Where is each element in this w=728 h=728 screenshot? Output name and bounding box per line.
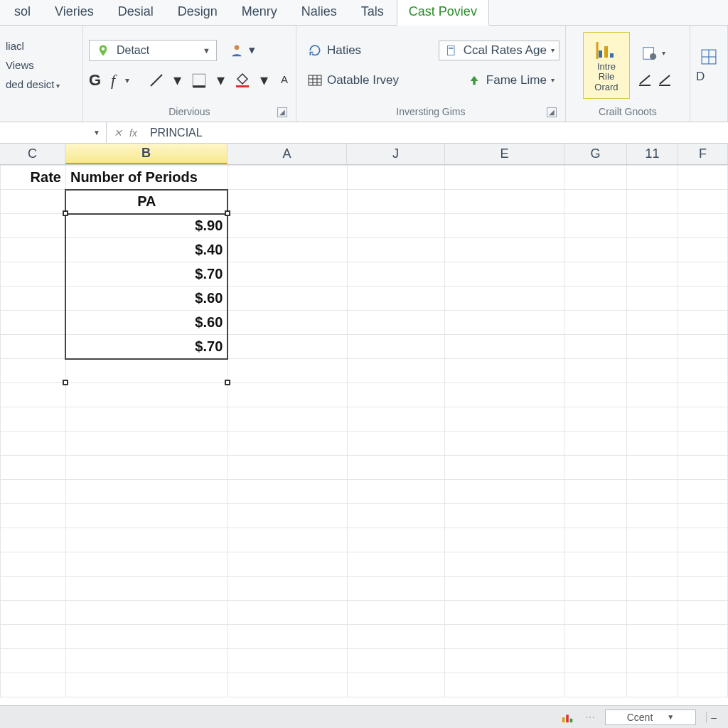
selection-handle-tl[interactable]	[63, 210, 68, 216]
ribbon-group-diervious: Detact ▼ ▾ G f ▾ ▾ ▾ ▾	[83, 26, 296, 122]
cell-b1[interactable]: Number of Periods	[65, 166, 228, 190]
cell-b2[interactable]: PA	[65, 190, 228, 214]
cell-b8[interactable]: $.70	[65, 335, 228, 359]
btn-ccal-rates-age[interactable]: Ccal Rates Age	[439, 41, 560, 60]
btn-views[interactable]: Views	[6, 59, 34, 71]
combo-detact[interactable]: Detact ▼	[89, 40, 217, 61]
chart-icon	[594, 38, 619, 62]
btn-haties-label: Haties	[327, 43, 361, 58]
cell-b3[interactable]: $.90	[65, 214, 228, 238]
group-crailt-label: Crailt Gnoots	[599, 106, 657, 117]
ribbon-group-views: liacl Views ded desict	[0, 26, 83, 122]
ribbon-group-crailt: Intre Rile Orard Crailt Gnoots	[566, 26, 690, 122]
selection-handle-bl[interactable]	[63, 380, 68, 385]
border-diag-icon[interactable]	[149, 73, 164, 88]
col-header-C[interactable]: C	[0, 144, 65, 164]
formula-input[interactable]	[144, 122, 728, 143]
col-header-G[interactable]: G	[564, 144, 627, 164]
btn-sheet-settings[interactable]	[637, 43, 673, 63]
table-row: $.70	[1, 335, 728, 359]
tab-cast-poviev[interactable]: Cast Poviev	[397, 0, 489, 26]
cell-b5[interactable]: $.70	[65, 262, 228, 287]
border-bottom-icon[interactable]	[191, 73, 207, 88]
col-header-A[interactable]: A	[228, 144, 347, 164]
selection-handle-tr[interactable]	[225, 210, 230, 216]
btn-intre-label: Intre Rile Orard	[588, 62, 625, 92]
person-icon	[229, 43, 245, 58]
underline2-icon[interactable]	[657, 72, 673, 87]
table-row: $.60	[1, 287, 728, 311]
up-arrow-icon	[466, 73, 482, 88]
col-header-E[interactable]: E	[445, 144, 564, 164]
svg-rect-27	[562, 717, 565, 722]
btn-person[interactable]: ▾	[224, 41, 260, 60]
svg-rect-15	[604, 46, 608, 58]
ribbon-tabs: sol Vieries Desial Design Menry Nalies T…	[0, 0, 728, 26]
fill-color-icon[interactable]	[235, 73, 250, 88]
btn-haties[interactable]: Haties	[302, 41, 366, 60]
btn-d[interactable]: D	[696, 70, 722, 84]
btn-fame-label: Fame Lime	[486, 73, 547, 87]
tab-nalies[interactable]: Nalies	[290, 0, 348, 25]
tab-sol[interactable]: sol	[3, 0, 42, 25]
status-sep: ⋯	[585, 712, 595, 723]
tab-tals[interactable]: Tals	[350, 0, 395, 25]
zoom-combo[interactable]: Ccent ▼	[605, 710, 696, 725]
group-diervious-label: Diervious	[168, 106, 210, 117]
font-color-icon[interactable]: A	[278, 73, 294, 88]
tab-menry[interactable]: Menry	[230, 0, 289, 25]
tab-design[interactable]: Design	[166, 0, 229, 25]
italic-button[interactable]: f	[111, 71, 115, 90]
underline1-icon[interactable]	[637, 72, 653, 87]
zoom-out-button[interactable]: –	[706, 712, 721, 723]
ribbon-group-edge: D	[690, 26, 728, 122]
name-box[interactable]: ▼	[0, 122, 107, 143]
fx-icon[interactable]: fx	[129, 127, 137, 139]
zoom-label: Ccent	[627, 712, 653, 723]
group-inversting-label: Inversting Gims	[396, 106, 465, 117]
cancel-formula-icon[interactable]: ✕	[114, 127, 122, 139]
svg-rect-29	[569, 718, 572, 722]
svg-rect-8	[449, 48, 453, 49]
cell-b7[interactable]: $.60	[65, 311, 228, 335]
app-window: sol Vieries Desial Design Menry Nalies T…	[0, 0, 728, 728]
status-chart-icon[interactable]	[560, 710, 575, 725]
svg-rect-3	[193, 74, 205, 87]
svg-point-19	[650, 53, 656, 60]
table-row: PA	[1, 190, 728, 214]
table-row: Rate Number of Periods	[1, 166, 728, 190]
svg-rect-14	[599, 50, 602, 58]
combo-detact-label: Detact	[117, 44, 149, 57]
btn-fame-lime[interactable]: Fame Lime	[461, 70, 560, 90]
dialog-launcher-inversting[interactable]: ◢	[547, 107, 557, 117]
ribbon: liacl Views ded desict Detact ▼	[0, 26, 728, 122]
table-icon	[307, 73, 323, 88]
grid-icon	[701, 49, 717, 65]
cell-b4[interactable]: $.40	[65, 238, 228, 262]
bold-button[interactable]: G	[89, 71, 101, 90]
btn-intre-rile[interactable]: Intre Rile Orard	[583, 32, 630, 99]
ribbon-group-inversting: Haties Ccal Rates Age Oatable Irvey	[296, 26, 566, 122]
worksheet: C B A J E G 11 F Rate Number of Periods	[0, 144, 728, 705]
grid-body[interactable]: Rate Number of Periods PA $.90 $.40 $.70…	[0, 165, 728, 705]
svg-point-1	[235, 45, 240, 50]
col-header-B[interactable]: B	[65, 144, 228, 164]
col-header-11[interactable]: 11	[627, 144, 678, 164]
btn-ded-desict[interactable]: ded desict	[6, 78, 60, 90]
tab-vieries[interactable]: Vieries	[43, 0, 105, 25]
cell-c1[interactable]: Rate	[1, 166, 66, 190]
column-headers: C B A J E G 11 F	[0, 144, 728, 165]
btn-grid[interactable]	[696, 47, 722, 67]
col-header-F[interactable]: F	[678, 144, 728, 164]
btn-oatable-irvey[interactable]: Oatable Irvey	[302, 70, 404, 90]
btn-liacl[interactable]: liacl	[6, 40, 24, 52]
cell-b6[interactable]: $.60	[65, 287, 228, 311]
col-header-J[interactable]: J	[347, 144, 445, 164]
btn-ccal-label: Ccal Rates Age	[464, 43, 547, 58]
table-row: $.60	[1, 311, 728, 335]
svg-rect-16	[610, 53, 614, 58]
table-row: $.90	[1, 214, 728, 238]
dialog-launcher-diervious[interactable]: ◢	[277, 107, 287, 117]
selection-handle-br[interactable]	[225, 380, 230, 385]
tab-desial[interactable]: Desial	[107, 0, 165, 25]
